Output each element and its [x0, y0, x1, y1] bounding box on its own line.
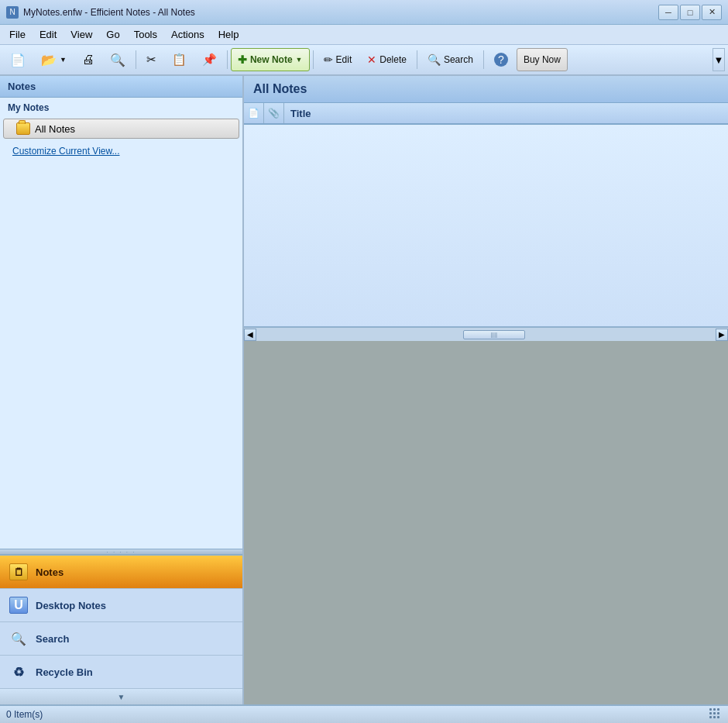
- buy-now-label: Buy Now: [524, 54, 561, 65]
- paste-icon: 📌: [202, 53, 217, 67]
- new-note-button[interactable]: ✚ New Note ▼: [231, 48, 310, 71]
- status-text: 0 Item(s): [6, 709, 43, 720]
- grip-dot-8: [713, 716, 716, 718]
- table-header: 📄 📎 Title: [244, 103, 728, 125]
- menu-file[interactable]: File: [3, 27, 32, 42]
- separator-1: [136, 50, 136, 69]
- nav-recycle-bin-label: Recycle Bin: [36, 666, 93, 678]
- grip-dot-3: [717, 708, 719, 711]
- print-preview-icon: 🔍: [110, 53, 125, 67]
- table-body: [244, 125, 728, 326]
- nav-desktop-notes-label: Desktop Notes: [36, 600, 106, 611]
- toolbar: 📄 📂 ▼ 🖨 🔍 ✂ 📋 📌 ✚ New Note ▼ ✏ Edit ✕ De…: [0, 45, 728, 76]
- nav-item-notes[interactable]: 🗒 Notes: [0, 556, 242, 589]
- new-doc-icon: 📄: [10, 53, 26, 67]
- notes-section-header: Notes: [0, 76, 242, 98]
- separator-3: [313, 50, 314, 69]
- new-note-dropdown-icon: ▼: [296, 56, 303, 64]
- my-notes-subsection: My Notes: [0, 98, 242, 118]
- nav-notes-label: Notes: [36, 566, 64, 578]
- menu-go[interactable]: Go: [100, 27, 125, 42]
- help-button[interactable]: ?: [487, 48, 515, 71]
- nav-item-desktop-notes[interactable]: U Desktop Notes: [0, 589, 242, 622]
- new-note-plus-icon: ✚: [238, 53, 247, 66]
- print-preview-button[interactable]: 🔍: [103, 48, 132, 71]
- notes-table: 📄 📎 Title: [244, 103, 728, 327]
- title-buttons: ─ □ ✕: [658, 5, 722, 20]
- menu-help[interactable]: Help: [212, 27, 246, 42]
- edit-icon: ✏: [324, 53, 333, 66]
- delete-button[interactable]: ✕ Delete: [360, 48, 414, 71]
- nav-item-search[interactable]: 🔍 Search: [0, 622, 242, 656]
- col-title-header[interactable]: Title: [284, 108, 728, 119]
- grip-dot-5: [713, 712, 716, 714]
- separator-2: [227, 50, 228, 69]
- app-icon: N: [6, 6, 19, 19]
- close-button[interactable]: ✕: [702, 5, 722, 20]
- title-column-label: Title: [290, 108, 311, 119]
- copy-button[interactable]: 📋: [165, 48, 194, 71]
- resize-grip[interactable]: [709, 708, 722, 721]
- open-button[interactable]: 📂 ▼: [34, 48, 74, 71]
- search-nav-icon: 🔍: [9, 630, 28, 647]
- all-notes-folder[interactable]: All Notes: [3, 119, 239, 139]
- status-bar: 0 Item(s): [0, 704, 728, 723]
- menu-edit[interactable]: Edit: [33, 27, 63, 42]
- paste-button[interactable]: 📌: [195, 48, 224, 71]
- title-bar-left: N MyNotes.enfw - Efficient Notes - All N…: [6, 6, 195, 19]
- grip-dot-7: [709, 716, 712, 718]
- search-label: Search: [444, 54, 473, 65]
- left-panel-top: Notes My Notes All Notes Customize Curre…: [0, 76, 242, 549]
- edit-button[interactable]: ✏ Edit: [317, 48, 359, 71]
- separator-5: [483, 50, 484, 69]
- left-panel: Notes My Notes All Notes Customize Curre…: [0, 76, 244, 704]
- scroll-right-button[interactable]: ▶: [716, 329, 728, 341]
- separator-4: [417, 50, 417, 69]
- cut-button[interactable]: ✂: [139, 48, 163, 71]
- notes-nav-icon: 🗒: [9, 563, 28, 580]
- help-icon: ?: [494, 53, 508, 67]
- menu-bar: File Edit View Go Tools Actions Help: [0, 25, 728, 45]
- nav-scroll-down-button[interactable]: ▼: [0, 689, 242, 704]
- nav-item-recycle-bin[interactable]: ♻ Recycle Bin: [0, 656, 242, 689]
- toolbar-scroll-button[interactable]: ▼: [713, 48, 725, 71]
- recycle-bin-nav-icon: ♻: [9, 663, 28, 680]
- delete-label: Delete: [379, 54, 407, 65]
- customize-link[interactable]: Customize Current View...: [0, 139, 242, 163]
- edit-label: Edit: [336, 54, 352, 65]
- copy-icon: 📋: [172, 53, 187, 67]
- all-notes-header: All Notes: [244, 76, 728, 103]
- print-button[interactable]: 🖨: [75, 48, 101, 71]
- grip-dot-1: [709, 708, 712, 711]
- right-panel: All Notes 📄 📎 Title ◀ |||| ▶: [244, 76, 728, 704]
- folder-icon: [16, 122, 30, 135]
- grip-dot-2: [713, 708, 716, 711]
- buy-now-button[interactable]: Buy Now: [517, 48, 568, 71]
- title-bar: N MyNotes.enfw - Efficient Notes - All N…: [0, 0, 728, 25]
- cut-icon: ✂: [146, 53, 156, 67]
- horizontal-scrollbar[interactable]: ◀ |||| ▶: [244, 327, 728, 341]
- maximize-button[interactable]: □: [680, 5, 700, 20]
- search-button[interactable]: 🔍 Search: [421, 48, 480, 71]
- preview-area: [244, 341, 728, 704]
- menu-actions[interactable]: Actions: [165, 27, 211, 42]
- new-note-label: New Note: [250, 54, 293, 65]
- search-icon: 🔍: [428, 53, 441, 66]
- new-doc-button[interactable]: 📄: [3, 48, 33, 71]
- menu-tools[interactable]: Tools: [128, 27, 163, 42]
- all-notes-label: All Notes: [35, 123, 75, 135]
- col-attach-header[interactable]: 📎: [264, 103, 284, 123]
- attach-icon-header: 📎: [268, 108, 280, 119]
- print-icon: 🖨: [82, 53, 94, 67]
- nav-search-label: Search: [36, 633, 69, 645]
- scroll-left-button[interactable]: ◀: [244, 329, 256, 341]
- resize-handle[interactable]: · · · · ·: [0, 549, 242, 555]
- grip-dot-4: [709, 712, 712, 714]
- minimize-button[interactable]: ─: [658, 5, 678, 20]
- menu-view[interactable]: View: [64, 27, 98, 42]
- col-icon-header[interactable]: 📄: [244, 103, 264, 123]
- scroll-thumb[interactable]: ||||: [463, 330, 525, 339]
- note-icon-header: 📄: [248, 108, 259, 119]
- open-icon: 📂: [41, 53, 57, 67]
- scroll-track[interactable]: ||||: [257, 329, 715, 340]
